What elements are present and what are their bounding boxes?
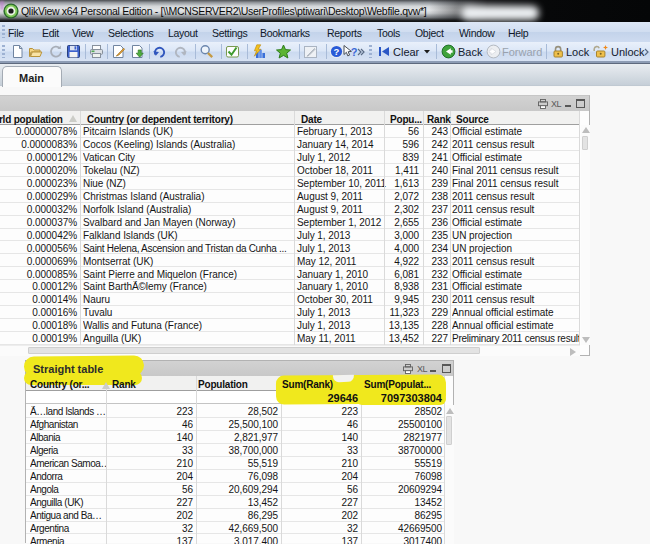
- svg-text:?: ?: [334, 46, 340, 57]
